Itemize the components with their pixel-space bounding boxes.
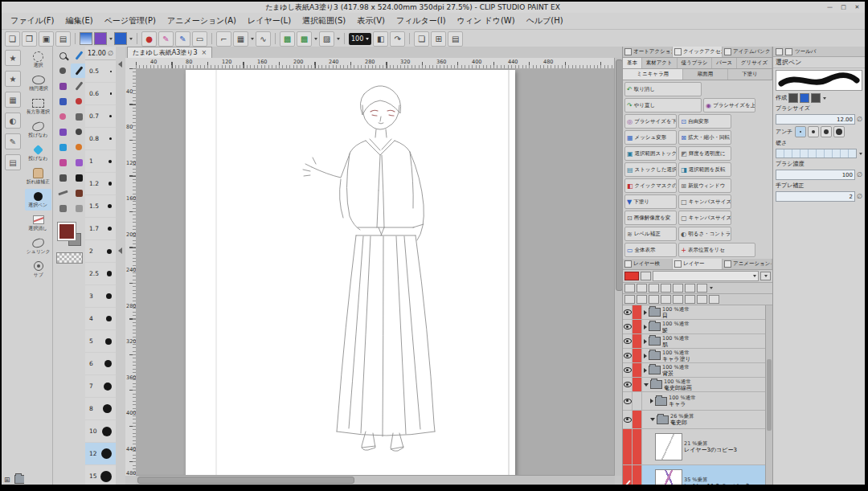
brush-icon[interactable]: ✎ xyxy=(158,31,174,47)
layer-row-hair[interactable]: 100 %通常髪 xyxy=(623,320,766,334)
no-effect-icon[interactable]: ∅ xyxy=(857,193,862,200)
text-subtool-icon[interactable] xyxy=(71,186,87,200)
flip-view-icon[interactable]: ◧ xyxy=(373,31,388,47)
brush-size-item[interactable]: 10 xyxy=(85,420,116,443)
tip-shape-chip[interactable] xyxy=(788,93,798,103)
maximize-button[interactable]: □ xyxy=(837,3,850,12)
mesh-transform-button[interactable]: ▦メッシュ変形 xyxy=(624,130,677,145)
tab-auto-action[interactable]: オートアクション xyxy=(623,47,673,57)
material-list-icon[interactable]: ▤ xyxy=(5,154,21,170)
free-transform-button[interactable]: ⊡自由変形 xyxy=(678,114,731,129)
no-effect-icon[interactable]: ∅ xyxy=(857,116,862,123)
grid-snap-icon[interactable]: ▦ xyxy=(233,31,248,47)
layer-row-chara-paint[interactable]: 100 %通常キャラ塗り xyxy=(623,349,766,363)
main-color-swatch[interactable] xyxy=(58,223,76,240)
blend-mode-combo[interactable] xyxy=(653,271,759,281)
collapse-left-icon[interactable] xyxy=(118,248,122,254)
undo-button[interactable]: ↶取り消し xyxy=(624,82,702,96)
layer-row-copy3[interactable]: 21 %乗算レイヤー3のコピー3 xyxy=(623,429,766,465)
layer-color-flag[interactable] xyxy=(633,320,642,333)
layer-list-scrollbar[interactable] xyxy=(765,305,772,485)
grid-icon-a[interactable]: ▩ xyxy=(280,31,295,47)
no-effect-icon[interactable]: ∅ xyxy=(857,171,862,178)
edit-target-indicator[interactable] xyxy=(623,465,633,485)
visibility-toggle[interactable] xyxy=(623,429,633,464)
tip-shape-chip-blue[interactable] xyxy=(800,93,809,103)
tab-layer-search[interactable]: レイヤー検 xyxy=(623,259,673,269)
apply-mask-icon[interactable] xyxy=(697,295,707,304)
export-icon[interactable]: ▤ xyxy=(55,31,71,47)
brush-size-down-button[interactable]: ◎ブラシサイズを下 xyxy=(624,114,677,129)
tab-grisaille[interactable]: グリサイズ xyxy=(737,58,772,68)
expand-arrow-icon[interactable] xyxy=(644,339,647,344)
purple-color-swatch[interactable] xyxy=(94,32,107,45)
selected-pen-subtool-icon[interactable] xyxy=(71,63,87,78)
ruler-layer-icon[interactable] xyxy=(697,284,707,293)
visibility-toggle[interactable] xyxy=(623,305,633,319)
luminosity-to-alpha-button[interactable]: ◩輝度を透明度に xyxy=(678,146,731,161)
transparent-color-swatch[interactable] xyxy=(56,252,83,264)
create-mask-icon[interactable] xyxy=(685,295,695,304)
brush-size-slider[interactable]: 12.00 xyxy=(776,114,855,125)
clip-to-below-icon[interactable] xyxy=(649,284,659,293)
expand-arrow-icon[interactable] xyxy=(644,325,647,329)
layer-row-skin[interactable]: 100 %通常肌 xyxy=(623,334,766,349)
fit-to-screen-button[interactable]: ▭全体表示 xyxy=(624,243,677,257)
page-list-icon[interactable]: ▤ xyxy=(448,31,463,47)
brush-size-up-button[interactable]: ◉ブラシサイズを上 xyxy=(703,98,755,113)
brush-size-item-selected[interactable]: 12 xyxy=(85,443,116,465)
layer-color-flag[interactable] xyxy=(633,349,642,362)
brush-density-slider[interactable]: 100 xyxy=(776,170,855,180)
underpaint-button[interactable]: ▼下塗り xyxy=(624,194,677,209)
tool-item-selection-pen[interactable]: 選択ペン xyxy=(25,189,51,211)
layer-row-subfolder[interactable]: 26 %乗算奄史郎 xyxy=(623,411,766,429)
expand-arrow-icon[interactable] xyxy=(644,310,647,315)
tab-perspective[interactable]: パース xyxy=(712,58,737,68)
eraser-icon[interactable]: ▭ xyxy=(192,31,207,47)
delete-layer-icon[interactable] xyxy=(709,295,719,304)
visibility-toggle[interactable] xyxy=(623,411,633,428)
antialias-none-option[interactable] xyxy=(795,126,806,137)
favorites-star-icon[interactable]: ★ xyxy=(5,50,21,66)
brush-size-item[interactable]: 15 xyxy=(85,465,116,488)
tab-layer[interactable]: レイヤー xyxy=(673,259,723,269)
extra-subtool-icon[interactable] xyxy=(71,201,87,215)
brightness-contrast-button[interactable]: ◐明るさ・コントラス xyxy=(678,227,731,241)
brush-size-item[interactable]: 1.5 xyxy=(85,195,116,218)
gradient-subtool-icon[interactable] xyxy=(55,140,71,154)
layer-color-flag[interactable] xyxy=(633,429,642,464)
layer-color-flag[interactable] xyxy=(633,378,642,391)
pattern-subtool-icon[interactable] xyxy=(55,155,71,170)
ruler-subtool-icon[interactable] xyxy=(55,170,71,185)
scale-rotate-button[interactable]: ⊠拡大・縮小・回転 xyxy=(678,130,731,145)
subtool-detail-icon[interactable] xyxy=(785,48,792,55)
rotate-view-icon[interactable]: ↷ xyxy=(390,31,405,47)
layer-color-flag[interactable] xyxy=(633,411,642,428)
layer-row-selected[interactable]: 35 %乗算レイヤー11 2 のコピー 3 xyxy=(623,465,766,485)
redo-button[interactable]: ↷やり直し xyxy=(624,98,702,113)
layer-color-flag[interactable] xyxy=(633,363,642,377)
tool-icon[interactable] xyxy=(776,48,783,55)
close-button[interactable]: ✕ xyxy=(851,3,863,12)
canvas-size-button[interactable]: □キャンバスサイズを xyxy=(678,194,731,209)
tool-item-polyline[interactable]: 折れ線補正 xyxy=(25,166,51,187)
dark-subtool-icon[interactable] xyxy=(71,170,87,185)
visibility-toggle[interactable] xyxy=(623,378,633,391)
chevron-down-icon[interactable] xyxy=(251,38,254,40)
material-icon[interactable]: ▨ xyxy=(319,31,334,47)
brush-size-item[interactable]: 8 xyxy=(85,398,116,420)
layer-row-chara[interactable]: 100 %通常キャラ xyxy=(623,392,766,411)
new-folder-icon[interactable] xyxy=(649,295,659,304)
layer-color-swatch[interactable] xyxy=(624,272,639,280)
tool-property-tab-label[interactable]: ツールバ xyxy=(795,48,816,55)
tool-item-ellipse-select[interactable]: 楕円選択 xyxy=(25,72,51,94)
menu-animation[interactable]: アニメーション(A) xyxy=(162,14,242,28)
layer-color-flag[interactable] xyxy=(633,465,642,485)
brush-size-item[interactable]: 7 xyxy=(85,375,116,398)
lock-alpha-icon[interactable] xyxy=(637,284,647,293)
antialias-middle-option[interactable] xyxy=(821,126,832,137)
airbrush-icon[interactable]: ● xyxy=(141,31,157,47)
new-window-button[interactable]: ⊞新規ウィンドウ xyxy=(678,178,731,193)
menu-filter[interactable]: フィルター(I) xyxy=(391,14,452,28)
visibility-toggle[interactable] xyxy=(623,392,633,410)
